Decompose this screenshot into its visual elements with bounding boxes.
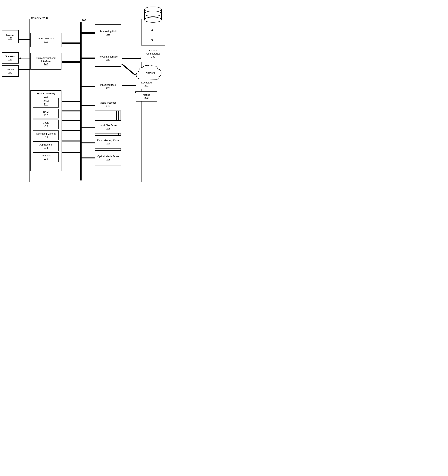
computer-number: 200 bbox=[43, 17, 48, 20]
optical-media-box: Optical Media Drive 243 bbox=[95, 150, 121, 165]
output-peripheral-box: Output Peripheral Interface 240 bbox=[30, 53, 62, 70]
os-box: Operating System 213 bbox=[33, 130, 59, 140]
hard-disk-label: Hard Disk Drive bbox=[99, 124, 117, 127]
bios-label: BIOS bbox=[43, 121, 49, 125]
applications-number: 214 bbox=[44, 147, 48, 149]
output-peripheral-number: 240 bbox=[44, 63, 48, 66]
ram-number: 212 bbox=[44, 114, 48, 117]
optical-media-number: 243 bbox=[106, 158, 110, 161]
video-interface-label: Video Interface bbox=[38, 37, 54, 40]
computer-label-text: Computer bbox=[31, 17, 42, 20]
processing-unit-label: Processing Unit bbox=[99, 30, 117, 33]
speakers-box: Speakers 241 bbox=[2, 52, 19, 63]
svg-marker-20 bbox=[19, 57, 21, 59]
media-interface-box: Media Interface 240 bbox=[95, 98, 121, 111]
os-number: 213 bbox=[44, 136, 48, 138]
flash-memory-box: Flash Memory Drive 242 bbox=[95, 135, 121, 148]
monitor-label: Monitor bbox=[6, 34, 14, 37]
applications-box: Applications 214 bbox=[33, 141, 59, 151]
system-memory-label: System Memory bbox=[37, 92, 56, 95]
printer-box: Printer 242 bbox=[2, 65, 19, 77]
ip-network-cloud: IP Network bbox=[134, 64, 164, 85]
speakers-label: Speakers bbox=[5, 55, 16, 58]
network-interface-number: 235 bbox=[106, 58, 110, 61]
ram-label: RAM bbox=[43, 111, 49, 114]
output-peripheral-label: Output Peripheral Interface bbox=[32, 57, 60, 63]
svg-marker-18 bbox=[19, 39, 21, 40]
media-interface-label: Media Interface bbox=[100, 101, 117, 105]
svg-text:IP Network: IP Network bbox=[143, 71, 155, 74]
remote-computer-label: Remote Computer(s) bbox=[142, 49, 164, 56]
flash-memory-label: Flash Memory Drive bbox=[97, 139, 119, 142]
processing-unit-number: 201 bbox=[106, 33, 110, 36]
svg-marker-30 bbox=[151, 29, 153, 31]
input-interface-box: Input Interface 220 bbox=[95, 79, 121, 94]
printer-number: 242 bbox=[8, 71, 12, 74]
applications-label: Applications bbox=[39, 143, 52, 147]
bios-number: 213 bbox=[44, 125, 48, 127]
ram-box: RAM 212 bbox=[33, 109, 59, 119]
monitor-box: Monitor 231 bbox=[2, 30, 19, 43]
database-mem-number: 215 bbox=[44, 157, 48, 160]
svg-point-48 bbox=[145, 17, 162, 22]
remote-computer-box: Remote Computer(s) 280 bbox=[141, 45, 165, 62]
computer-label: Computer 200 bbox=[31, 17, 48, 20]
keyboard-number: 221 bbox=[145, 84, 149, 87]
network-interface-label: Network Interface bbox=[98, 55, 118, 58]
rom-number: 211 bbox=[44, 103, 48, 106]
diagram: 202 bbox=[0, 0, 169, 197]
video-interface-number: 230 bbox=[44, 40, 48, 43]
monitor-number: 231 bbox=[8, 37, 12, 40]
mouse-label: Mouse bbox=[143, 93, 150, 97]
input-interface-number: 220 bbox=[106, 87, 110, 90]
database-mem-box: Database 215 bbox=[33, 152, 59, 162]
media-interface-number: 240 bbox=[106, 105, 110, 107]
flash-memory-number: 242 bbox=[106, 142, 110, 145]
network-interface-box: Network Interface 235 bbox=[95, 50, 121, 67]
rom-box: ROM 211 bbox=[33, 98, 59, 108]
mouse-box: Mouse 222 bbox=[136, 91, 157, 102]
hard-disk-number: 241 bbox=[106, 127, 110, 130]
processing-unit-box: Processing Unit 201 bbox=[95, 24, 121, 41]
printer-label: Printer bbox=[7, 68, 14, 71]
input-interface-label: Input Interface bbox=[100, 84, 116, 87]
rom-label: ROM bbox=[43, 100, 49, 103]
database-mem-label: Database bbox=[41, 154, 51, 157]
hard-disk-box: Hard Disk Drive 241 bbox=[95, 120, 121, 133]
mouse-number: 222 bbox=[145, 96, 149, 99]
speakers-number: 241 bbox=[8, 58, 12, 61]
bios-box: BIOS 213 bbox=[33, 119, 59, 129]
video-interface-box: Video Interface 230 bbox=[30, 33, 62, 47]
svg-marker-31 bbox=[151, 40, 153, 42]
svg-marker-22 bbox=[19, 69, 21, 70]
os-label: Operating System bbox=[36, 132, 56, 136]
remote-computer-number: 280 bbox=[151, 55, 155, 58]
database-remote-icon: Database 281 bbox=[144, 6, 162, 23]
svg-point-50 bbox=[145, 7, 162, 12]
optical-media-label: Optical Media Drive bbox=[97, 155, 118, 158]
